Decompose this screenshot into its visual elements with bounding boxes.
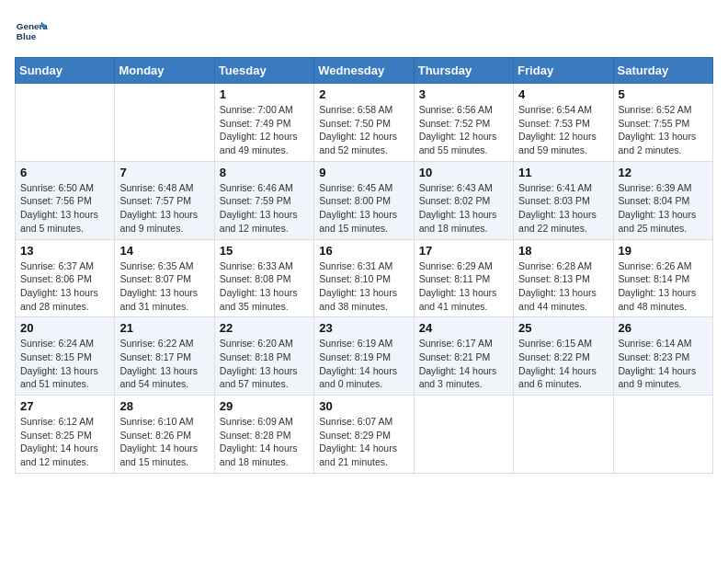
day-info: Sunrise: 6:48 AM Sunset: 7:57 PM Dayligh… — [119, 181, 209, 236]
calendar-cell: 23Sunrise: 6:19 AM Sunset: 8:19 PM Dayli… — [314, 317, 414, 396]
calendar-cell: 29Sunrise: 6:09 AM Sunset: 8:28 PM Dayli… — [214, 396, 313, 474]
calendar-cell: 27Sunrise: 6:12 AM Sunset: 8:25 PM Dayli… — [16, 396, 115, 474]
day-number: 20 — [20, 321, 109, 335]
calendar-cell: 16Sunrise: 6:31 AM Sunset: 8:10 PM Dayli… — [314, 239, 414, 317]
calendar-week-row: 13Sunrise: 6:37 AM Sunset: 8:06 PM Dayli… — [16, 239, 713, 317]
day-info: Sunrise: 6:14 AM Sunset: 8:23 PM Dayligh… — [619, 337, 708, 391]
calendar-cell: 21Sunrise: 6:22 AM Sunset: 8:17 PM Dayli… — [115, 317, 214, 396]
calendar-cell: 5Sunrise: 6:52 AM Sunset: 7:55 PM Daylig… — [613, 84, 712, 162]
day-number: 6 — [20, 166, 109, 179]
day-number: 21 — [119, 321, 209, 335]
day-info: Sunrise: 6:46 AM Sunset: 7:59 PM Dayligh… — [220, 181, 309, 236]
calendar-cell: 3Sunrise: 6:56 AM Sunset: 7:52 PM Daylig… — [414, 84, 513, 162]
calendar-cell: 1Sunrise: 7:00 AM Sunset: 7:49 PM Daylig… — [214, 84, 313, 162]
day-number: 7 — [119, 166, 209, 179]
calendar-cell: 20Sunrise: 6:24 AM Sunset: 8:15 PM Dayli… — [16, 317, 115, 396]
calendar-cell: 24Sunrise: 6:17 AM Sunset: 8:21 PM Dayli… — [414, 317, 513, 396]
weekday-header: Monday — [115, 58, 214, 84]
day-info: Sunrise: 6:26 AM Sunset: 8:14 PM Dayligh… — [619, 259, 708, 314]
calendar-cell — [514, 396, 613, 474]
day-info: Sunrise: 6:41 AM Sunset: 8:03 PM Dayligh… — [518, 181, 608, 236]
day-number: 22 — [220, 321, 309, 335]
calendar-header-row: SundayMondayTuesdayWednesdayThursdayFrid… — [16, 58, 713, 84]
calendar-cell: 4Sunrise: 6:54 AM Sunset: 7:53 PM Daylig… — [514, 84, 613, 162]
day-info: Sunrise: 6:50 AM Sunset: 7:56 PM Dayligh… — [20, 181, 109, 236]
calendar-cell: 30Sunrise: 6:07 AM Sunset: 8:29 PM Dayli… — [314, 396, 414, 474]
calendar-cell: 15Sunrise: 6:33 AM Sunset: 8:08 PM Dayli… — [214, 239, 313, 317]
day-info: Sunrise: 6:33 AM Sunset: 8:08 PM Dayligh… — [220, 259, 309, 314]
day-info: Sunrise: 6:12 AM Sunset: 8:25 PM Dayligh… — [20, 415, 109, 469]
day-number: 10 — [419, 166, 508, 179]
calendar-week-row: 20Sunrise: 6:24 AM Sunset: 8:15 PM Dayli… — [16, 317, 713, 396]
calendar-cell: 19Sunrise: 6:26 AM Sunset: 8:14 PM Dayli… — [613, 239, 712, 317]
day-number: 3 — [419, 87, 508, 101]
day-number: 25 — [518, 321, 608, 335]
calendar-table: SundayMondayTuesdayWednesdayThursdayFrid… — [15, 57, 713, 474]
day-info: Sunrise: 6:37 AM Sunset: 8:06 PM Dayligh… — [20, 259, 109, 314]
day-number: 12 — [619, 166, 708, 179]
day-number: 29 — [220, 399, 309, 413]
day-number: 24 — [419, 321, 508, 335]
day-info: Sunrise: 6:39 AM Sunset: 8:04 PM Dayligh… — [619, 181, 708, 236]
calendar-cell — [613, 396, 712, 474]
day-number: 30 — [319, 399, 408, 413]
day-info: Sunrise: 7:00 AM Sunset: 7:49 PM Dayligh… — [220, 103, 309, 157]
day-info: Sunrise: 6:31 AM Sunset: 8:10 PM Dayligh… — [319, 259, 408, 314]
day-info: Sunrise: 6:19 AM Sunset: 8:19 PM Dayligh… — [319, 337, 408, 391]
day-number: 5 — [619, 87, 708, 101]
calendar-week-row: 1Sunrise: 7:00 AM Sunset: 7:49 PM Daylig… — [16, 84, 713, 162]
day-number: 16 — [319, 244, 408, 258]
day-number: 17 — [419, 244, 508, 258]
day-number: 18 — [518, 244, 608, 258]
day-number: 23 — [319, 321, 408, 335]
day-number: 8 — [220, 166, 309, 179]
day-info: Sunrise: 6:54 AM Sunset: 7:53 PM Dayligh… — [518, 103, 608, 157]
day-info: Sunrise: 6:22 AM Sunset: 8:17 PM Dayligh… — [119, 337, 209, 391]
day-info: Sunrise: 6:43 AM Sunset: 8:02 PM Dayligh… — [419, 181, 508, 236]
calendar-cell: 11Sunrise: 6:41 AM Sunset: 8:03 PM Dayli… — [514, 161, 613, 239]
day-info: Sunrise: 6:29 AM Sunset: 8:11 PM Dayligh… — [419, 259, 508, 314]
calendar-cell: 6Sunrise: 6:50 AM Sunset: 7:56 PM Daylig… — [16, 161, 115, 239]
logo-icon: General Blue — [15, 15, 48, 48]
weekday-header: Wednesday — [314, 58, 414, 84]
day-number: 28 — [119, 399, 209, 413]
day-info: Sunrise: 6:52 AM Sunset: 7:55 PM Dayligh… — [619, 103, 708, 157]
day-info: Sunrise: 6:09 AM Sunset: 8:28 PM Dayligh… — [220, 415, 309, 469]
weekday-header: Tuesday — [214, 58, 313, 84]
day-number: 27 — [20, 399, 109, 413]
svg-text:Blue: Blue — [17, 31, 37, 41]
calendar-cell: 13Sunrise: 6:37 AM Sunset: 8:06 PM Dayli… — [16, 239, 115, 317]
day-info: Sunrise: 6:45 AM Sunset: 8:00 PM Dayligh… — [319, 181, 408, 236]
calendar-cell: 10Sunrise: 6:43 AM Sunset: 8:02 PM Dayli… — [414, 161, 513, 239]
calendar-week-row: 6Sunrise: 6:50 AM Sunset: 7:56 PM Daylig… — [16, 161, 713, 239]
calendar-week-row: 27Sunrise: 6:12 AM Sunset: 8:25 PM Dayli… — [16, 396, 713, 474]
day-number: 2 — [319, 87, 408, 101]
logo: General Blue — [15, 15, 48, 48]
calendar-cell: 9Sunrise: 6:45 AM Sunset: 8:00 PM Daylig… — [314, 161, 414, 239]
calendar-cell — [414, 396, 513, 474]
day-info: Sunrise: 6:10 AM Sunset: 8:26 PM Dayligh… — [119, 415, 209, 469]
day-number: 26 — [619, 321, 708, 335]
day-number: 19 — [619, 244, 708, 258]
calendar-cell: 14Sunrise: 6:35 AM Sunset: 8:07 PM Dayli… — [115, 239, 214, 317]
day-info: Sunrise: 6:58 AM Sunset: 7:50 PM Dayligh… — [319, 103, 408, 157]
day-info: Sunrise: 6:07 AM Sunset: 8:29 PM Dayligh… — [319, 415, 408, 469]
calendar-cell: 25Sunrise: 6:15 AM Sunset: 8:22 PM Dayli… — [514, 317, 613, 396]
day-number: 14 — [119, 244, 209, 258]
day-number: 4 — [518, 87, 608, 101]
calendar-cell: 17Sunrise: 6:29 AM Sunset: 8:11 PM Dayli… — [414, 239, 513, 317]
day-info: Sunrise: 6:15 AM Sunset: 8:22 PM Dayligh… — [518, 337, 608, 391]
day-number: 13 — [20, 244, 109, 258]
day-info: Sunrise: 6:28 AM Sunset: 8:13 PM Dayligh… — [518, 259, 608, 314]
calendar-cell: 18Sunrise: 6:28 AM Sunset: 8:13 PM Dayli… — [514, 239, 613, 317]
calendar-cell — [115, 84, 214, 162]
day-info: Sunrise: 6:24 AM Sunset: 8:15 PM Dayligh… — [20, 337, 109, 391]
calendar-cell: 22Sunrise: 6:20 AM Sunset: 8:18 PM Dayli… — [214, 317, 313, 396]
day-info: Sunrise: 6:20 AM Sunset: 8:18 PM Dayligh… — [220, 337, 309, 391]
day-number: 15 — [220, 244, 309, 258]
calendar-cell: 12Sunrise: 6:39 AM Sunset: 8:04 PM Dayli… — [613, 161, 712, 239]
day-info: Sunrise: 6:17 AM Sunset: 8:21 PM Dayligh… — [419, 337, 508, 391]
calendar-cell: 2Sunrise: 6:58 AM Sunset: 7:50 PM Daylig… — [314, 84, 414, 162]
page-header: General Blue — [15, 15, 713, 48]
calendar-cell: 7Sunrise: 6:48 AM Sunset: 7:57 PM Daylig… — [115, 161, 214, 239]
